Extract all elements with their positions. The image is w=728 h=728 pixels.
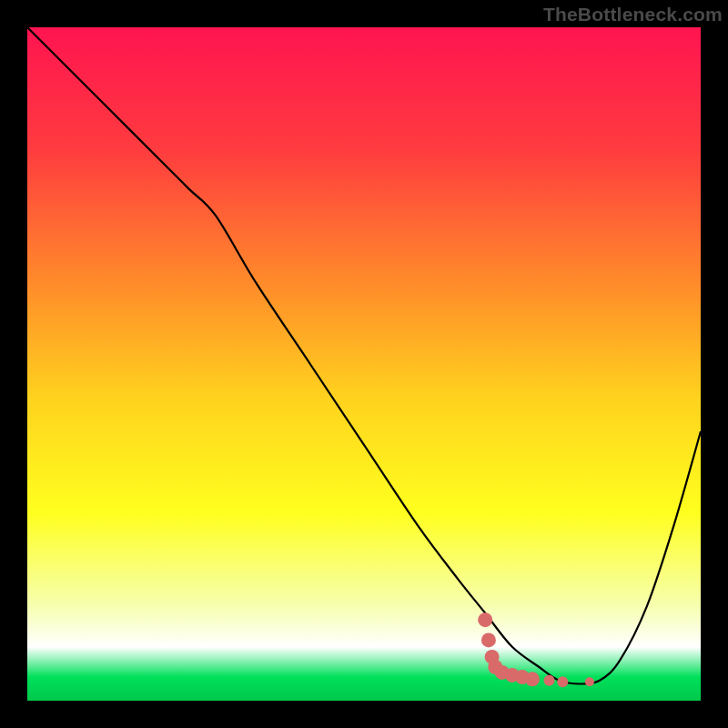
data-point: [557, 676, 568, 687]
data-point: [481, 632, 496, 647]
chart-frame: [27, 27, 701, 701]
data-point: [525, 672, 540, 686]
data-point: [544, 675, 555, 686]
data-point: [585, 677, 594, 686]
data-point: [478, 612, 492, 627]
bottleneck-chart: [27, 27, 701, 701]
watermark-text: TheBottleneck.com: [543, 4, 723, 25]
